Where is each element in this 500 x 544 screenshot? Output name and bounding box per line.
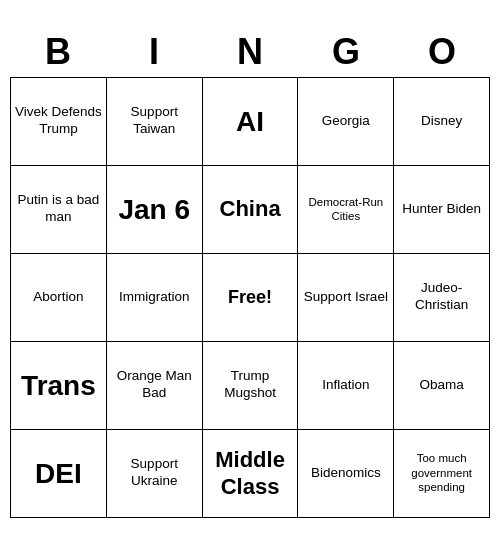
- header-letter: N: [202, 27, 298, 77]
- cell-r2-c1: Immigration: [106, 253, 202, 341]
- cell-r4-c4: Too much government spending: [394, 429, 490, 517]
- header-letter: I: [106, 27, 202, 77]
- bingo-table: Vivek Defends TrumpSupport TaiwanAIGeorg…: [10, 77, 490, 518]
- cell-r3-c0: Trans: [11, 341, 107, 429]
- cell-r2-c4: Judeo-Christian: [394, 253, 490, 341]
- cell-r0-c1: Support Taiwan: [106, 77, 202, 165]
- cell-r0-c4: Disney: [394, 77, 490, 165]
- cell-r3-c3: Inflation: [298, 341, 394, 429]
- bingo-header: BINGO: [10, 27, 490, 77]
- cell-r4-c0: DEI: [11, 429, 107, 517]
- cell-r0-c3: Georgia: [298, 77, 394, 165]
- cell-r1-c0: Putin is a bad man: [11, 165, 107, 253]
- header-letter: G: [298, 27, 394, 77]
- cell-r0-c2: AI: [202, 77, 298, 165]
- cell-r1-c1: Jan 6: [106, 165, 202, 253]
- cell-r4-c1: Support Ukraine: [106, 429, 202, 517]
- cell-r2-c0: Abortion: [11, 253, 107, 341]
- bingo-card: BINGO Vivek Defends TrumpSupport TaiwanA…: [10, 27, 490, 518]
- cell-r0-c0: Vivek Defends Trump: [11, 77, 107, 165]
- header-letter: B: [10, 27, 106, 77]
- cell-r3-c1: Orange Man Bad: [106, 341, 202, 429]
- cell-r1-c3: Democrat-Run Cities: [298, 165, 394, 253]
- cell-r4-c3: Bidenomics: [298, 429, 394, 517]
- cell-r1-c4: Hunter Biden: [394, 165, 490, 253]
- cell-r3-c2: Trump Mugshot: [202, 341, 298, 429]
- cell-r4-c2: Middle Class: [202, 429, 298, 517]
- cell-r2-c3: Support Israel: [298, 253, 394, 341]
- cell-r1-c2: China: [202, 165, 298, 253]
- cell-r2-c2: Free!: [202, 253, 298, 341]
- header-letter: O: [394, 27, 490, 77]
- cell-r3-c4: Obama: [394, 341, 490, 429]
